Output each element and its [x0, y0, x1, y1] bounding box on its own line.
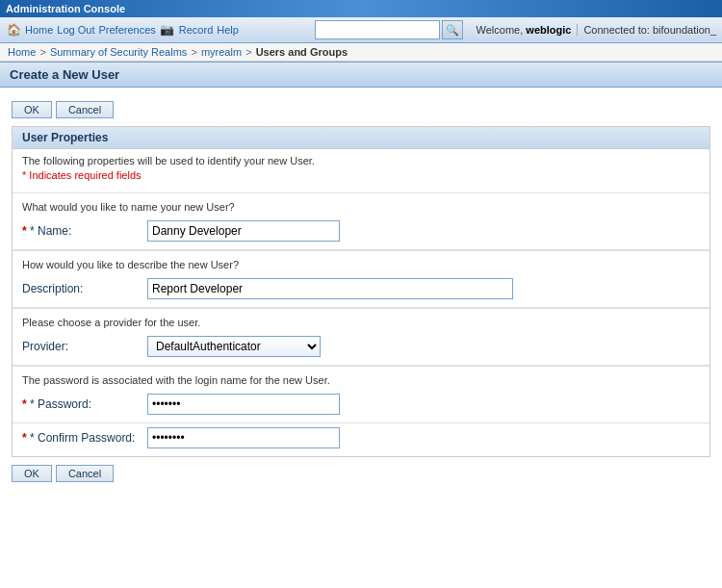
record-link[interactable]: Record: [179, 24, 213, 36]
breadcrumb-current: Users and Groups: [256, 46, 348, 58]
required-note: * Indicates required fields: [22, 169, 700, 181]
password-question: The password is associated with the logi…: [13, 366, 709, 390]
provider-row: Provider: DefaultAuthenticator: [13, 332, 709, 366]
home-icon: 🏠: [6, 22, 21, 38]
title-bar-text: Administration Console: [6, 3, 125, 14]
breadcrumb-security-realms[interactable]: Summary of Security Realms: [50, 46, 187, 58]
welcome-area: Welcome, weblogic Connected to: bifounda…: [477, 24, 716, 36]
name-question: What would you like to name your new Use…: [13, 192, 709, 217]
desc-row: Description:: [13, 274, 709, 308]
cancel-button-top[interactable]: Cancel: [56, 101, 114, 118]
section-title: User Properties: [13, 127, 709, 149]
confirm-password-label: * * Confirm Password:: [22, 431, 147, 445]
name-row: * * Name:: [13, 217, 709, 250]
ok-button-bottom[interactable]: OK: [12, 465, 52, 482]
user-properties-section: User Properties The following properties…: [12, 126, 710, 457]
welcome-text: Welcome, weblogic: [477, 24, 572, 36]
ok-button-top[interactable]: OK: [12, 101, 52, 118]
name-input[interactable]: [147, 220, 340, 242]
cancel-button-bottom[interactable]: Cancel: [56, 465, 114, 482]
confirm-password-row: * * Confirm Password:: [13, 423, 709, 456]
main-content: Create a New User OK Cancel User Propert…: [0, 62, 722, 496]
desc-question: How would you like to describe the new U…: [13, 250, 709, 274]
search-button[interactable]: 🔍: [442, 20, 463, 39]
welcome-name: weblogic: [526, 24, 571, 36]
breadcrumb-myrealm[interactable]: myrealm: [201, 46, 242, 58]
bottom-button-bar: OK Cancel: [12, 465, 710, 482]
breadcrumb-home[interactable]: Home: [8, 46, 36, 58]
home-link[interactable]: Home: [25, 24, 53, 36]
description-input[interactable]: [147, 278, 513, 299]
logout-link[interactable]: Log Out: [57, 24, 94, 36]
connected-text: Connected to: bifoundation_: [577, 24, 716, 36]
name-label: * * Name:: [22, 224, 147, 238]
provider-select[interactable]: DefaultAuthenticator: [147, 336, 321, 357]
password-row: * * Password:: [13, 390, 709, 423]
section-description: The following properties will be used to…: [22, 155, 700, 166]
provider-question: Please choose a provider for the user.: [13, 308, 709, 332]
confirm-password-input[interactable]: [147, 427, 340, 448]
search-area: 🔍: [315, 20, 463, 39]
breadcrumb: Home > Summary of Security Realms > myre…: [0, 43, 722, 62]
search-input[interactable]: [315, 20, 440, 39]
help-link[interactable]: Help: [217, 24, 239, 36]
section-body: The following properties will be used to…: [13, 149, 709, 192]
form-container: OK Cancel User Properties The following …: [0, 88, 722, 496]
provider-label: Provider:: [22, 340, 147, 353]
top-button-bar: OK Cancel: [12, 101, 710, 118]
password-label: * * Password:: [22, 397, 147, 411]
title-bar: Administration Console: [0, 0, 722, 17]
page-title: Create a New User: [0, 62, 722, 88]
password-input[interactable]: [147, 394, 340, 415]
record-icon: 📷: [160, 22, 175, 38]
top-nav: 🏠 Home Log Out Preferences 📷 Record Help…: [0, 17, 722, 43]
desc-label: Description:: [22, 282, 147, 295]
preferences-link[interactable]: Preferences: [98, 24, 155, 36]
